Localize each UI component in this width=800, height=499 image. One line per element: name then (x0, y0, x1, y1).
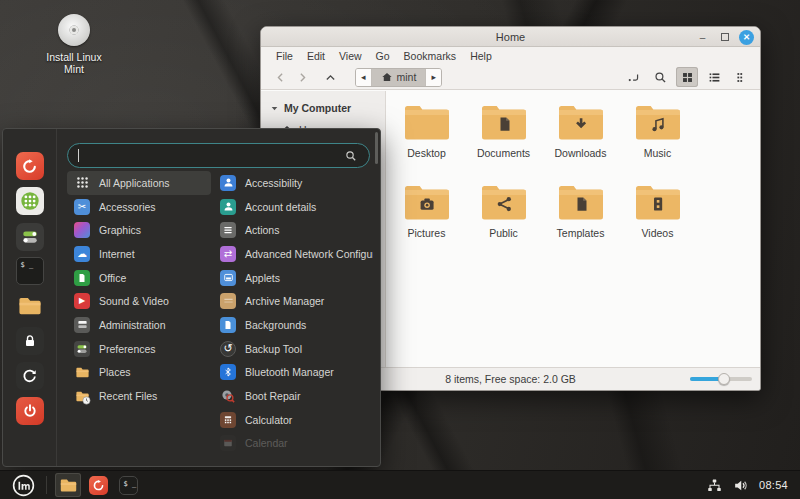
favorite-system-settings-button[interactable] (15, 221, 45, 251)
folder-item-public[interactable]: Public (465, 179, 542, 259)
application-item-backup-tool[interactable]: ↺ Backup Tool (213, 337, 373, 361)
category-list: All Applications ✂ Accessories Graphics … (67, 171, 211, 408)
edit-location-button[interactable] (622, 67, 644, 87)
folder-item-downloads[interactable]: Downloads (542, 99, 619, 179)
folder-item-videos[interactable]: Videos (619, 179, 696, 259)
folder-icon (480, 182, 528, 226)
category-item-sound-video[interactable]: ▶ Sound & Video (67, 289, 211, 313)
favorite-terminal-button[interactable]: $ _ (15, 256, 45, 286)
scrollbar-thumb[interactable] (375, 132, 378, 164)
folder-item-templates[interactable]: Templates (542, 179, 619, 259)
forward-button[interactable] (291, 67, 313, 87)
menu-search-input[interactable] (81, 150, 343, 162)
volume-icon[interactable] (733, 477, 749, 493)
network-icon[interactable] (707, 477, 723, 493)
folder-item-documents[interactable]: Documents (465, 99, 542, 179)
icon-view-button[interactable] (676, 67, 698, 87)
favorite-firefox-browser-button[interactable] (15, 151, 45, 181)
menubar-item-bookmarks[interactable]: Bookmarks (397, 50, 464, 62)
folder-item-desktop[interactable]: Desktop (388, 99, 465, 179)
zoom-slider-knob[interactable] (718, 373, 730, 385)
category-item-recent-files[interactable]: Recent Files (67, 384, 211, 408)
path-bar: ◂ mint ▸ (355, 68, 442, 87)
favorite-files-button[interactable] (15, 291, 45, 321)
menubar: FileEditViewGoBookmarksHelp (261, 47, 760, 65)
clock[interactable]: 08:54 (759, 479, 788, 491)
list-view-button[interactable] (703, 67, 725, 87)
close-button[interactable]: ✕ (739, 30, 754, 45)
back-button[interactable] (269, 67, 291, 87)
menu-button[interactable] (8, 473, 38, 497)
category-item-all-applications[interactable]: All Applications (67, 171, 211, 195)
search-button[interactable] (649, 67, 671, 87)
up-button[interactable] (319, 67, 341, 87)
folder-icon (403, 102, 451, 146)
search-icon (343, 148, 359, 164)
folder-icon (403, 182, 451, 226)
application-item-actions[interactable]: Actions (213, 218, 373, 242)
application-item-calculator[interactable]: Calculator (213, 408, 373, 432)
maximize-button[interactable] (717, 30, 732, 45)
search-icon (652, 69, 668, 85)
favorite-lock-screen-button[interactable] (15, 326, 45, 356)
application-item-accessibility[interactable]: Accessibility (213, 171, 373, 195)
category-item-graphics[interactable]: Graphics (67, 218, 211, 242)
taskbar-app-files[interactable] (55, 473, 81, 497)
favorite-software-manager-button[interactable] (15, 186, 45, 216)
linux-mint-logo-icon (11, 473, 35, 497)
install-linux-mint-shortcut[interactable]: Install Linux Mint (36, 14, 112, 75)
folder-icon (557, 102, 605, 146)
application-menu: $ _ All Applications ✂ Accessories Graph… (2, 128, 381, 467)
folder-item-music[interactable]: Music (619, 99, 696, 179)
toolbar: ◂ mint ▸ (261, 65, 760, 90)
category-item-preferences[interactable]: Preferences (67, 337, 211, 361)
folder-icon (634, 102, 682, 146)
application-item-boot-repair[interactable]: Boot Repair (213, 384, 373, 408)
category-item-internet[interactable]: ☁ Internet (67, 242, 211, 266)
folder-icon (557, 182, 605, 226)
compact-view-button[interactable] (730, 67, 752, 87)
path-prev-button[interactable]: ◂ (356, 69, 371, 86)
chevron-right-icon (294, 69, 310, 85)
chevron-up-icon (322, 69, 338, 85)
taskbar-app-terminal[interactable]: $ _ (115, 473, 141, 497)
application-item-calendar[interactable]: Calendar (213, 432, 373, 456)
expander-icon (269, 100, 279, 116)
menubar-item-go[interactable]: Go (369, 50, 397, 62)
list-view-icon (706, 69, 722, 85)
category-item-accessories[interactable]: ✂ Accessories (67, 195, 211, 219)
favorite-shutdown-button[interactable] (15, 396, 45, 426)
category-item-office[interactable]: Office (67, 266, 211, 290)
zoom-slider[interactable] (690, 372, 752, 386)
application-item-applets[interactable]: Applets (213, 266, 373, 290)
application-item-bluetooth-manager[interactable]: Bluetooth Manager (213, 361, 373, 385)
application-list: Accessibility Account details Actions ⇄ … (213, 171, 373, 464)
application-item-archive-manager[interactable]: Archive Manager (213, 289, 373, 313)
edit-location-icon (625, 69, 641, 85)
path-label: mint (397, 71, 417, 83)
taskbar-app-firefox-browser[interactable] (85, 473, 111, 497)
home-icon (381, 69, 393, 85)
compact-view-icon (733, 69, 749, 85)
folder-icon (480, 102, 528, 146)
menu-search-box[interactable] (67, 143, 370, 168)
folder-item-pictures[interactable]: Pictures (388, 179, 465, 259)
favorite-logout-button[interactable] (15, 361, 45, 391)
sidebar-section-my-computer[interactable]: My Computer (261, 97, 385, 119)
category-item-places[interactable]: Places (67, 361, 211, 385)
separator (46, 476, 47, 494)
path-home-button[interactable]: mint (371, 69, 426, 86)
menubar-item-file[interactable]: File (269, 50, 300, 62)
application-item-backgrounds[interactable]: Backgrounds (213, 313, 373, 337)
menubar-item-edit[interactable]: Edit (300, 50, 332, 62)
category-item-administration[interactable]: Administration (67, 313, 211, 337)
menu-favorites-sidebar: $ _ (3, 129, 57, 466)
application-item-account-details[interactable]: Account details (213, 195, 373, 219)
menubar-item-help[interactable]: Help (463, 50, 499, 62)
chevron-left-icon (272, 69, 288, 85)
menubar-item-view[interactable]: View (332, 50, 369, 62)
path-next-button[interactable]: ▸ (425, 69, 441, 86)
application-item-advanced-network-configuration[interactable]: ⇄ Advanced Network Configuration (213, 242, 373, 266)
minimize-button[interactable]: – (695, 30, 710, 45)
titlebar[interactable]: Home – ✕ (261, 27, 760, 47)
